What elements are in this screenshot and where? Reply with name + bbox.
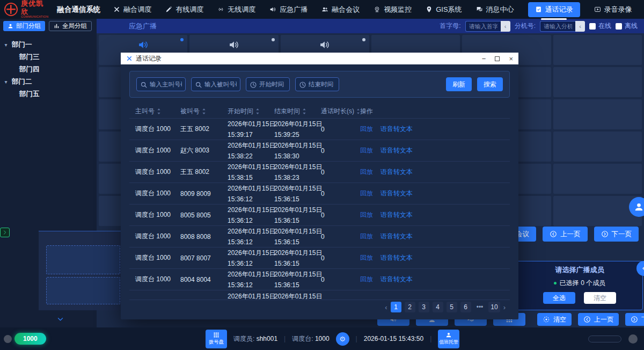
playback-link[interactable]: 回放 (360, 167, 373, 177)
first-letter-clear-button[interactable]: ‹ (501, 21, 510, 32)
modal-titlebar[interactable]: 通话记录 − × (121, 53, 518, 64)
modal-minimize-icon[interactable]: − (482, 55, 486, 63)
end-time-cell: 2026年01月15日15:38:30 (274, 141, 321, 161)
volume-knob[interactable] (628, 334, 638, 344)
table-row[interactable]: 2026年01月15日 2026年01月15日 回放 语音转文本 (129, 290, 510, 300)
table-row[interactable]: 调度台 1000 8004 8004 2026年01月15日15:36:12 2… (129, 268, 510, 290)
nav-item-dispatch[interactable]: 融合调度 (113, 2, 151, 17)
speech-to-text-link[interactable]: 语音转文本 (380, 210, 413, 220)
dialpad-button[interactable]: 拨号盘 (206, 330, 227, 348)
person-icon (634, 202, 644, 212)
modal-close-icon[interactable]: × (509, 55, 513, 63)
nav-item-meeting[interactable]: 融合会议 (321, 2, 360, 17)
wired-icon (165, 6, 172, 13)
sort-icon[interactable] (356, 108, 360, 115)
speech-to-text-link[interactable]: 语音转文本 (380, 232, 413, 241)
nav-item-broadcast[interactable]: 应急广播 (269, 2, 308, 17)
modal-maximize-icon[interactable] (495, 56, 500, 61)
grid-cell (553, 132, 642, 162)
drop-zone[interactable] (46, 245, 120, 274)
message-icon (476, 6, 483, 13)
clear-selection-button[interactable]: 清空 (584, 292, 616, 304)
prev-page-button[interactable]: 上一页 (543, 227, 588, 242)
nav-item-record[interactable]: 录音录像 (594, 2, 632, 17)
pager-ellipsis[interactable]: ••• (474, 302, 486, 312)
first-letter-input[interactable] (465, 21, 501, 32)
select-all-button[interactable]: 全选 (543, 292, 575, 304)
search-button[interactable]: 搜索 (477, 77, 503, 91)
nav-item-wireless[interactable]: 无线调度 (217, 2, 255, 17)
tab-department-group[interactable]: 部门分组 (3, 21, 45, 31)
page-button-3[interactable]: 3 (419, 302, 429, 312)
tree-group[interactable]: ▾部门二 (0, 76, 97, 88)
duty-host-button[interactable]: 值班托管 (438, 330, 459, 348)
nav-item-calllog[interactable]: 通话记录 (528, 2, 580, 17)
nav-item-video[interactable]: 视频监控 (374, 2, 412, 17)
page-button-6[interactable]: 6 (460, 302, 471, 312)
record-icon (594, 6, 601, 13)
tree-item[interactable]: 部门五 (0, 88, 97, 100)
chevron-down-icon[interactable] (57, 314, 64, 324)
speech-to-text-link[interactable]: 语音转文本 (380, 146, 413, 155)
extension-label: 分机号: (515, 21, 536, 31)
page-button-1[interactable]: 1 (391, 302, 401, 312)
table-row[interactable]: 调度台 1000 王五 8002 2026年01月15日15:38:15 202… (129, 161, 510, 183)
speech-to-text-link[interactable]: 语音转文本 (380, 125, 413, 134)
clear-button[interactable]: 清空 (537, 313, 572, 326)
table-row[interactable]: 调度台 1000 8008 8008 2026年01月15日15:36:12 2… (129, 225, 510, 247)
channel-pill[interactable]: 1000 (14, 333, 46, 345)
broadcast-icon (269, 6, 276, 13)
next-page-button-bottom[interactable]: 下一页 (625, 313, 644, 326)
app-logo: 庚优凯欣 COMMUNICATION (4, 0, 48, 18)
speech-to-text-link[interactable]: 语音转文本 (380, 167, 413, 177)
speech-to-text-link[interactable]: 语音转文本 (380, 253, 413, 262)
caller-cell: 调度台 1000 (135, 275, 171, 284)
console-label: 调度台: (292, 335, 313, 342)
refresh-button[interactable]: 刷新 (446, 77, 472, 91)
sort-icon[interactable] (202, 108, 206, 115)
console-settings-button[interactable]: ⚙ (336, 332, 349, 346)
extension-input[interactable] (540, 21, 575, 32)
volume-slider[interactable] (588, 336, 621, 342)
playback-link[interactable]: 回放 (360, 232, 373, 241)
nav-item-gis[interactable]: GIS系统 (426, 2, 462, 17)
speech-to-text-link[interactable]: 语音转文本 (380, 189, 413, 198)
page-button-2[interactable]: 2 (405, 302, 415, 312)
page-button-5[interactable]: 5 (447, 302, 457, 312)
sort-icon[interactable] (157, 108, 161, 115)
prev-page-button-bottom[interactable]: 上一页 (578, 313, 619, 326)
table-row[interactable]: 调度台 1000 8005 8005 2026年01月15日15:36:12 2… (129, 204, 510, 225)
drop-zone[interactable] (46, 277, 120, 304)
tab-global-group[interactable]: 全局分组 (49, 21, 92, 31)
sort-icon[interactable] (302, 108, 306, 115)
playback-link[interactable]: 回放 (360, 275, 373, 284)
playback-link[interactable]: 回放 (360, 146, 373, 155)
online-checkbox[interactable] (589, 23, 596, 30)
extension-clear-button[interactable]: ‹ (575, 21, 585, 32)
table-row[interactable]: 调度台 1000 8009 8009 2026年01月15日15:36:12 2… (129, 183, 510, 204)
pager-prev-icon[interactable]: ‹ (385, 303, 387, 311)
nav-item-message[interactable]: 消息中心 (476, 2, 514, 17)
playback-link[interactable]: 回放 (360, 189, 373, 198)
tree-group[interactable]: ▾部门一 (0, 39, 97, 51)
playback-link[interactable]: 回放 (360, 125, 373, 134)
sort-icon[interactable] (255, 108, 260, 115)
member-panel-title: 请选择广播成员 (517, 265, 642, 275)
speech-to-text-link[interactable]: 语音转文本 (380, 275, 413, 284)
page-button-4[interactable]: 4 (433, 302, 443, 312)
pager-next-icon[interactable]: › (503, 303, 506, 311)
playback-link[interactable]: 回放 (360, 210, 373, 220)
callee-cell: 王五 8002 (180, 167, 209, 177)
tree-item[interactable]: 部门四 (0, 63, 97, 76)
table-row[interactable]: 调度台 1000 王五 8002 2026年01月15日15:39:17 202… (129, 118, 510, 140)
playback-link[interactable]: 回放 (360, 253, 373, 262)
nav-item-wired[interactable]: 有线调度 (165, 2, 203, 17)
offline-checkbox[interactable] (616, 23, 622, 30)
presence-dot[interactable] (4, 335, 12, 343)
dock-expand-button[interactable] (0, 228, 10, 237)
page-button-10[interactable]: 10 (488, 302, 500, 312)
table-row[interactable]: 调度台 1000 8007 8007 2026年01月15日15:36:12 2… (129, 247, 510, 268)
next-page-button[interactable]: 下一页 (594, 227, 639, 242)
table-row[interactable]: 调度台 1000 赵六 8003 2026年01月15日15:38:22 202… (129, 140, 510, 161)
tree-item[interactable]: 部门三 (0, 51, 97, 63)
